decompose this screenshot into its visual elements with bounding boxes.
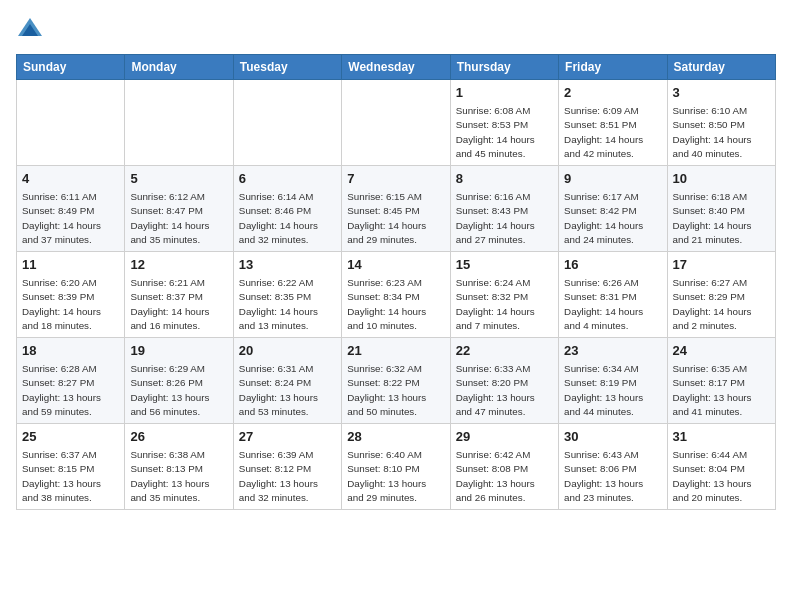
day-number: 3 <box>673 84 770 102</box>
calendar-cell: 8Sunrise: 6:16 AM Sunset: 8:43 PM Daylig… <box>450 166 558 252</box>
week-row-3: 18Sunrise: 6:28 AM Sunset: 8:27 PM Dayli… <box>17 338 776 424</box>
weekday-header-friday: Friday <box>559 55 667 80</box>
weekday-header-tuesday: Tuesday <box>233 55 341 80</box>
day-info: Sunrise: 6:31 AM Sunset: 8:24 PM Dayligh… <box>239 362 336 419</box>
day-info: Sunrise: 6:29 AM Sunset: 8:26 PM Dayligh… <box>130 362 227 419</box>
day-info: Sunrise: 6:18 AM Sunset: 8:40 PM Dayligh… <box>673 190 770 247</box>
day-number: 10 <box>673 170 770 188</box>
calendar-cell: 19Sunrise: 6:29 AM Sunset: 8:26 PM Dayli… <box>125 338 233 424</box>
day-number: 11 <box>22 256 119 274</box>
calendar-cell: 23Sunrise: 6:34 AM Sunset: 8:19 PM Dayli… <box>559 338 667 424</box>
day-number: 5 <box>130 170 227 188</box>
day-info: Sunrise: 6:27 AM Sunset: 8:29 PM Dayligh… <box>673 276 770 333</box>
calendar-cell: 14Sunrise: 6:23 AM Sunset: 8:34 PM Dayli… <box>342 252 450 338</box>
day-info: Sunrise: 6:28 AM Sunset: 8:27 PM Dayligh… <box>22 362 119 419</box>
calendar: SundayMondayTuesdayWednesdayThursdayFrid… <box>16 54 776 510</box>
calendar-cell: 7Sunrise: 6:15 AM Sunset: 8:45 PM Daylig… <box>342 166 450 252</box>
day-number: 20 <box>239 342 336 360</box>
weekday-header-sunday: Sunday <box>17 55 125 80</box>
calendar-cell: 3Sunrise: 6:10 AM Sunset: 8:50 PM Daylig… <box>667 80 775 166</box>
day-number: 28 <box>347 428 444 446</box>
calendar-cell: 21Sunrise: 6:32 AM Sunset: 8:22 PM Dayli… <box>342 338 450 424</box>
calendar-cell: 2Sunrise: 6:09 AM Sunset: 8:51 PM Daylig… <box>559 80 667 166</box>
page: SundayMondayTuesdayWednesdayThursdayFrid… <box>0 0 792 612</box>
day-number: 26 <box>130 428 227 446</box>
calendar-cell: 10Sunrise: 6:18 AM Sunset: 8:40 PM Dayli… <box>667 166 775 252</box>
day-info: Sunrise: 6:14 AM Sunset: 8:46 PM Dayligh… <box>239 190 336 247</box>
calendar-cell: 11Sunrise: 6:20 AM Sunset: 8:39 PM Dayli… <box>17 252 125 338</box>
day-info: Sunrise: 6:35 AM Sunset: 8:17 PM Dayligh… <box>673 362 770 419</box>
day-number: 4 <box>22 170 119 188</box>
calendar-cell: 1Sunrise: 6:08 AM Sunset: 8:53 PM Daylig… <box>450 80 558 166</box>
day-number: 9 <box>564 170 661 188</box>
calendar-cell: 17Sunrise: 6:27 AM Sunset: 8:29 PM Dayli… <box>667 252 775 338</box>
calendar-cell: 4Sunrise: 6:11 AM Sunset: 8:49 PM Daylig… <box>17 166 125 252</box>
day-number: 29 <box>456 428 553 446</box>
logo-icon <box>16 16 44 44</box>
calendar-cell: 15Sunrise: 6:24 AM Sunset: 8:32 PM Dayli… <box>450 252 558 338</box>
day-number: 25 <box>22 428 119 446</box>
day-number: 12 <box>130 256 227 274</box>
calendar-cell: 28Sunrise: 6:40 AM Sunset: 8:10 PM Dayli… <box>342 424 450 510</box>
day-info: Sunrise: 6:40 AM Sunset: 8:10 PM Dayligh… <box>347 448 444 505</box>
day-number: 14 <box>347 256 444 274</box>
day-info: Sunrise: 6:10 AM Sunset: 8:50 PM Dayligh… <box>673 104 770 161</box>
day-number: 27 <box>239 428 336 446</box>
day-info: Sunrise: 6:32 AM Sunset: 8:22 PM Dayligh… <box>347 362 444 419</box>
calendar-cell <box>125 80 233 166</box>
week-row-1: 4Sunrise: 6:11 AM Sunset: 8:49 PM Daylig… <box>17 166 776 252</box>
day-info: Sunrise: 6:09 AM Sunset: 8:51 PM Dayligh… <box>564 104 661 161</box>
weekday-header-thursday: Thursday <box>450 55 558 80</box>
calendar-cell: 20Sunrise: 6:31 AM Sunset: 8:24 PM Dayli… <box>233 338 341 424</box>
day-number: 18 <box>22 342 119 360</box>
day-info: Sunrise: 6:16 AM Sunset: 8:43 PM Dayligh… <box>456 190 553 247</box>
day-number: 22 <box>456 342 553 360</box>
day-info: Sunrise: 6:33 AM Sunset: 8:20 PM Dayligh… <box>456 362 553 419</box>
day-info: Sunrise: 6:12 AM Sunset: 8:47 PM Dayligh… <box>130 190 227 247</box>
calendar-cell: 22Sunrise: 6:33 AM Sunset: 8:20 PM Dayli… <box>450 338 558 424</box>
day-number: 6 <box>239 170 336 188</box>
day-number: 31 <box>673 428 770 446</box>
weekday-header-monday: Monday <box>125 55 233 80</box>
day-info: Sunrise: 6:44 AM Sunset: 8:04 PM Dayligh… <box>673 448 770 505</box>
day-number: 1 <box>456 84 553 102</box>
calendar-cell: 26Sunrise: 6:38 AM Sunset: 8:13 PM Dayli… <box>125 424 233 510</box>
week-row-2: 11Sunrise: 6:20 AM Sunset: 8:39 PM Dayli… <box>17 252 776 338</box>
day-info: Sunrise: 6:15 AM Sunset: 8:45 PM Dayligh… <box>347 190 444 247</box>
weekday-header-wednesday: Wednesday <box>342 55 450 80</box>
logo <box>16 16 48 44</box>
day-number: 30 <box>564 428 661 446</box>
weekday-header-saturday: Saturday <box>667 55 775 80</box>
calendar-cell: 13Sunrise: 6:22 AM Sunset: 8:35 PM Dayli… <box>233 252 341 338</box>
day-info: Sunrise: 6:11 AM Sunset: 8:49 PM Dayligh… <box>22 190 119 247</box>
day-number: 19 <box>130 342 227 360</box>
calendar-cell: 5Sunrise: 6:12 AM Sunset: 8:47 PM Daylig… <box>125 166 233 252</box>
calendar-header-row: SundayMondayTuesdayWednesdayThursdayFrid… <box>17 55 776 80</box>
day-info: Sunrise: 6:22 AM Sunset: 8:35 PM Dayligh… <box>239 276 336 333</box>
calendar-cell: 29Sunrise: 6:42 AM Sunset: 8:08 PM Dayli… <box>450 424 558 510</box>
calendar-cell: 6Sunrise: 6:14 AM Sunset: 8:46 PM Daylig… <box>233 166 341 252</box>
week-row-4: 25Sunrise: 6:37 AM Sunset: 8:15 PM Dayli… <box>17 424 776 510</box>
day-number: 17 <box>673 256 770 274</box>
calendar-cell: 25Sunrise: 6:37 AM Sunset: 8:15 PM Dayli… <box>17 424 125 510</box>
week-row-0: 1Sunrise: 6:08 AM Sunset: 8:53 PM Daylig… <box>17 80 776 166</box>
day-info: Sunrise: 6:23 AM Sunset: 8:34 PM Dayligh… <box>347 276 444 333</box>
day-info: Sunrise: 6:26 AM Sunset: 8:31 PM Dayligh… <box>564 276 661 333</box>
day-number: 13 <box>239 256 336 274</box>
day-number: 16 <box>564 256 661 274</box>
calendar-cell <box>342 80 450 166</box>
calendar-cell: 16Sunrise: 6:26 AM Sunset: 8:31 PM Dayli… <box>559 252 667 338</box>
day-number: 23 <box>564 342 661 360</box>
calendar-cell: 9Sunrise: 6:17 AM Sunset: 8:42 PM Daylig… <box>559 166 667 252</box>
day-info: Sunrise: 6:20 AM Sunset: 8:39 PM Dayligh… <box>22 276 119 333</box>
day-number: 24 <box>673 342 770 360</box>
day-info: Sunrise: 6:38 AM Sunset: 8:13 PM Dayligh… <box>130 448 227 505</box>
day-number: 2 <box>564 84 661 102</box>
calendar-cell: 18Sunrise: 6:28 AM Sunset: 8:27 PM Dayli… <box>17 338 125 424</box>
day-info: Sunrise: 6:39 AM Sunset: 8:12 PM Dayligh… <box>239 448 336 505</box>
day-info: Sunrise: 6:34 AM Sunset: 8:19 PM Dayligh… <box>564 362 661 419</box>
day-info: Sunrise: 6:37 AM Sunset: 8:15 PM Dayligh… <box>22 448 119 505</box>
day-number: 21 <box>347 342 444 360</box>
calendar-cell: 31Sunrise: 6:44 AM Sunset: 8:04 PM Dayli… <box>667 424 775 510</box>
calendar-cell: 27Sunrise: 6:39 AM Sunset: 8:12 PM Dayli… <box>233 424 341 510</box>
